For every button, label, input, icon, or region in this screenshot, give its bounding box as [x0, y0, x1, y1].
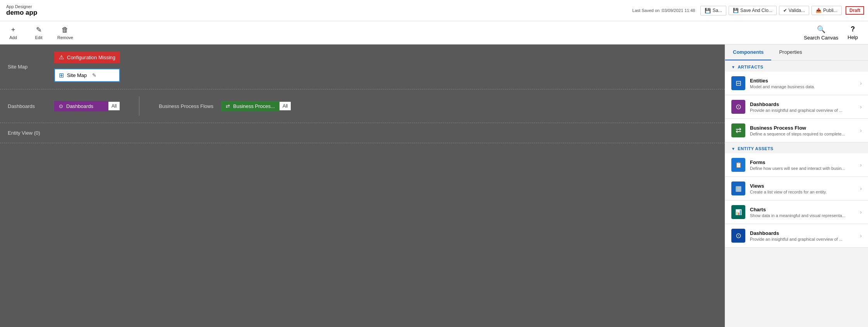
toolbar-right: 🔍 Search Canvas ? Help — [804, 25, 858, 41]
entities-icon: ⊟ — [731, 76, 745, 90]
top-header: App Designer demo app Last Saved on :03/… — [0, 0, 868, 21]
tab-properties[interactable]: Properties — [771, 45, 810, 60]
tab-components[interactable]: Components — [725, 45, 771, 60]
charts-icon: 📊 — [731, 205, 745, 219]
charts-desc: Show data in a meaningful and visual rep… — [750, 213, 855, 218]
sitemap-edit-icon[interactable]: ✎ — [92, 72, 96, 78]
component-forms[interactable]: 📋 Forms Define how users will see and in… — [725, 153, 868, 177]
dashboards-row-label: Dashboards — [8, 103, 46, 109]
header-right: Last Saved on :03/09/2021 11:48 Sa... 💾 … — [632, 6, 864, 15]
component-views[interactable]: ▦ Views Create a list view of records fo… — [725, 177, 868, 200]
main-layout: Site Map ⚠ Configuration Missing ⊞ Site … — [0, 45, 868, 327]
sitemap-box-label: Site Map — [67, 72, 87, 78]
remove-icon: 🗑 — [62, 26, 69, 34]
artifacts-label: ARTIFACTS — [738, 65, 763, 69]
config-missing-banner: ⚠ Configuration Missing — [54, 51, 120, 63]
bpf-all-button[interactable]: All — [280, 102, 291, 110]
artifacts-chevron-icon: ▼ — [731, 65, 735, 69]
dashboards-artifact-icon: ⊙ — [731, 100, 745, 114]
dashboards-icon: ⊙ — [59, 103, 63, 109]
bpf-artifact-title: Business Process Flow — [750, 125, 855, 131]
remove-button[interactable]: 🗑 Remove — [57, 26, 73, 40]
publish-icon: 📤 — [816, 8, 822, 13]
warn-icon: ⚠ — [59, 54, 64, 61]
dashboards-asset-arrow-icon: › — [860, 233, 862, 239]
entities-arrow-icon: › — [860, 80, 862, 86]
search-icon: 🔍 — [817, 25, 825, 34]
artifacts-section-header: ▼ ARTIFACTS — [725, 61, 868, 72]
publish-button[interactable]: 📤 Publi... — [811, 6, 842, 15]
save-icon — [705, 8, 711, 14]
dashboards-artifact-arrow-icon: › — [860, 104, 862, 110]
save-close-icon: 💾 — [733, 8, 739, 13]
bpf-box[interactable]: ⇄ Business Proces... — [221, 101, 280, 111]
charts-title: Charts — [750, 207, 855, 212]
help-label: Help — [847, 34, 858, 40]
add-button[interactable]: + Add — [6, 26, 20, 40]
forms-icon: 📋 — [731, 158, 745, 172]
separator — [139, 96, 139, 116]
dashboards-artifact-title: Dashboards — [750, 101, 855, 107]
last-saved: Last Saved on :03/09/2021 11:48 — [632, 8, 695, 13]
right-panel: Components Properties ▼ ARTIFACTS ⊟ Enti… — [725, 45, 868, 327]
help-icon: ? — [851, 25, 855, 33]
dashboards-row: Dashboards ⊙ Dashboards All Business Pro… — [0, 89, 725, 123]
views-desc: Create a list view of records for an ent… — [750, 190, 855, 194]
publish-label: Publi... — [823, 8, 837, 13]
charts-text: Charts Show data in a meaningful and vis… — [750, 207, 855, 218]
bpf-comp: ⇄ Business Proces... All — [221, 101, 291, 111]
config-missing-text: Configuration Missing — [67, 55, 115, 60]
dashboards-box-label: Dashboards — [66, 103, 93, 109]
dashboards-artifact-desc: Provide an insightful and graphical over… — [750, 108, 855, 113]
charts-arrow-icon: › — [860, 209, 862, 215]
entity-assets-chevron-icon: ▼ — [731, 147, 735, 151]
bpf-icon: ⇄ — [226, 103, 230, 109]
component-charts[interactable]: 📊 Charts Show data in a meaningful and v… — [725, 200, 868, 224]
entity-view-row: Entity View (0) — [0, 123, 725, 143]
panel-content: ▼ ARTIFACTS ⊟ Entities Model and manage … — [725, 61, 868, 327]
add-icon: + — [11, 26, 15, 34]
views-arrow-icon: › — [860, 185, 862, 192]
toolbar: + Add ✎ Edit 🗑 Remove 🔍 Search Canvas ? … — [0, 21, 868, 45]
app-designer-label: App Designer — [6, 4, 37, 9]
sitemap-box[interactable]: ⊞ Site Map ✎ — [54, 68, 120, 82]
dashboards-all-button[interactable]: All — [108, 102, 120, 110]
dashboards-artifact-text: Dashboards Provide an insightful and gra… — [750, 101, 855, 113]
component-entities[interactable]: ⊟ Entities Model and manage business dat… — [725, 72, 868, 95]
dashboards-box[interactable]: ⊙ Dashboards — [54, 101, 108, 111]
dashboards-asset-title: Dashboards — [750, 230, 855, 236]
bpf-artifact-desc: Define a sequence of steps required to c… — [750, 132, 855, 136]
component-bpf-artifact[interactable]: ⇄ Business Process Flow Define a sequenc… — [725, 119, 868, 142]
bpf-artifact-icon: ⇄ — [731, 123, 745, 137]
forms-title: Forms — [750, 159, 855, 165]
search-canvas-button[interactable]: 🔍 Search Canvas — [804, 25, 838, 41]
help-button[interactable]: ? Help — [847, 25, 858, 40]
entity-view-label: Entity View (0) — [8, 130, 40, 136]
sitemap-row: Site Map ⚠ Configuration Missing ⊞ Site … — [0, 45, 725, 89]
forms-desc: Define how users will see and interact w… — [750, 166, 855, 171]
views-text: Views Create a list view of records for … — [750, 183, 855, 194]
save-label: Sa... — [712, 8, 722, 13]
validate-icon: ✔ — [783, 8, 787, 13]
save-and-close-button[interactable]: 💾 Save And Clo... — [729, 6, 777, 15]
canvas: Site Map ⚠ Configuration Missing ⊞ Site … — [0, 45, 725, 327]
bpf-label: Business Process Flows — [159, 103, 213, 109]
views-icon: ▦ — [731, 181, 745, 195]
entities-desc: Model and manage business data. — [750, 84, 855, 89]
edit-icon: ✎ — [36, 26, 42, 34]
edit-button[interactable]: ✎ Edit — [32, 26, 46, 40]
edit-label: Edit — [35, 35, 43, 40]
bpf-artifact-text: Business Process Flow Define a sequence … — [750, 125, 855, 136]
component-dashboards-artifact[interactable]: ⊙ Dashboards Provide an insightful and g… — [725, 95, 868, 119]
entities-text: Entities Model and manage business data. — [750, 78, 855, 89]
sitemap-row-label: Site Map — [8, 64, 46, 70]
views-title: Views — [750, 183, 855, 189]
app-name: demo app — [6, 9, 37, 17]
sitemap-map-icon: ⊞ — [59, 72, 64, 79]
dashboards-asset-icon: ⊙ — [731, 229, 745, 243]
validate-button[interactable]: ✔ Valida... — [779, 6, 809, 15]
dashboards-comp: ⊙ Dashboards All — [54, 101, 120, 111]
component-dashboards-asset[interactable]: ⊙ Dashboards Provide an insightful and g… — [725, 224, 868, 248]
save-and-close-label: Save And Clo... — [740, 8, 772, 13]
save-button[interactable]: Sa... — [700, 6, 726, 15]
